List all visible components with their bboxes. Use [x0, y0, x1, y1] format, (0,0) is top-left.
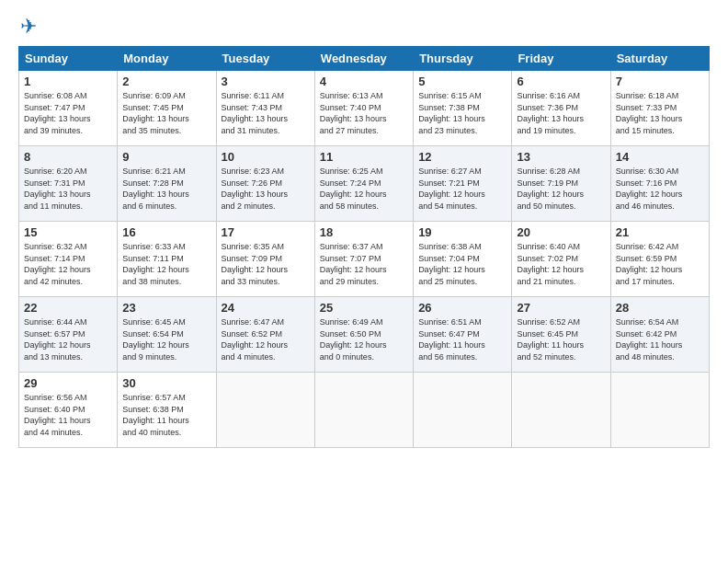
table-row: 12 Sunrise: 6:27 AMSunset: 7:21 PMDaylig… [414, 146, 512, 222]
day-detail: Sunrise: 6:16 AMSunset: 7:36 PMDaylight:… [517, 91, 584, 135]
day-detail: Sunrise: 6:11 AMSunset: 7:43 PMDaylight:… [222, 91, 289, 135]
day-number: 12 [418, 150, 506, 164]
table-row: 17 Sunrise: 6:35 AMSunset: 7:09 PMDaylig… [216, 222, 314, 297]
calendar-table: Sunday Monday Tuesday Wednesday Thursday… [18, 46, 710, 448]
header-row: Sunday Monday Tuesday Wednesday Thursday… [19, 47, 710, 71]
day-number: 20 [517, 225, 605, 239]
day-number: 11 [320, 150, 408, 164]
logo-bird-icon: ✈ [20, 15, 37, 39]
day-detail: Sunrise: 6:54 AMSunset: 6:42 PMDaylight:… [616, 317, 683, 362]
day-detail: Sunrise: 6:47 AMSunset: 6:52 PMDaylight:… [222, 317, 289, 362]
day-detail: Sunrise: 6:49 AMSunset: 6:50 PMDaylight:… [320, 317, 387, 362]
day-number: 25 [320, 301, 408, 315]
col-tuesday: Tuesday [216, 47, 314, 71]
table-row [512, 373, 610, 448]
day-detail: Sunrise: 6:28 AMSunset: 7:19 PMDaylight:… [517, 167, 584, 211]
day-number: 23 [122, 301, 210, 315]
table-row: 11 Sunrise: 6:25 AMSunset: 7:24 PMDaylig… [314, 146, 413, 222]
day-number: 19 [418, 225, 506, 239]
day-number: 16 [122, 225, 210, 239]
day-detail: Sunrise: 6:32 AMSunset: 7:14 PMDaylight:… [24, 242, 91, 286]
day-detail: Sunrise: 6:33 AMSunset: 7:11 PMDaylight:… [122, 242, 189, 286]
table-row: 26 Sunrise: 6:51 AMSunset: 6:47 PMDaylig… [414, 297, 512, 373]
table-row: 10 Sunrise: 6:23 AMSunset: 7:26 PMDaylig… [216, 146, 314, 222]
day-detail: Sunrise: 6:08 AMSunset: 7:47 PMDaylight:… [24, 91, 91, 135]
table-row: 22 Sunrise: 6:44 AMSunset: 6:57 PMDaylig… [19, 297, 118, 373]
table-row: 13 Sunrise: 6:28 AMSunset: 7:19 PMDaylig… [512, 146, 610, 222]
day-number: 4 [320, 75, 408, 88]
logo: ✈ [18, 15, 37, 39]
day-number: 14 [616, 150, 704, 164]
col-saturday: Saturday [610, 47, 709, 71]
col-sunday: Sunday [19, 47, 118, 71]
day-number: 10 [222, 150, 310, 164]
table-row: 14 Sunrise: 6:30 AMSunset: 7:16 PMDaylig… [610, 146, 709, 222]
calendar-week-row: 1 Sunrise: 6:08 AMSunset: 7:47 PMDayligh… [19, 71, 710, 146]
table-row: 9 Sunrise: 6:21 AMSunset: 7:28 PMDayligh… [118, 146, 216, 222]
col-wednesday: Wednesday [314, 47, 413, 71]
day-detail: Sunrise: 6:37 AMSunset: 7:07 PMDaylight:… [320, 242, 387, 286]
calendar-week-row: 29 Sunrise: 6:56 AMSunset: 6:40 PMDaylig… [19, 373, 710, 448]
day-number: 18 [320, 225, 408, 239]
day-number: 28 [616, 301, 704, 315]
table-row [610, 373, 709, 448]
day-detail: Sunrise: 6:27 AMSunset: 7:21 PMDaylight:… [418, 167, 485, 211]
table-row: 29 Sunrise: 6:56 AMSunset: 6:40 PMDaylig… [19, 373, 118, 448]
table-row: 5 Sunrise: 6:15 AMSunset: 7:38 PMDayligh… [414, 71, 512, 146]
day-detail: Sunrise: 6:38 AMSunset: 7:04 PMDaylight:… [418, 242, 485, 286]
day-detail: Sunrise: 6:13 AMSunset: 7:40 PMDaylight:… [320, 91, 387, 135]
day-detail: Sunrise: 6:56 AMSunset: 6:40 PMDaylight:… [24, 393, 91, 437]
table-row [216, 373, 314, 448]
day-detail: Sunrise: 6:42 AMSunset: 6:59 PMDaylight:… [616, 242, 683, 286]
table-row: 16 Sunrise: 6:33 AMSunset: 7:11 PMDaylig… [118, 222, 216, 297]
col-monday: Monday [118, 47, 216, 71]
day-detail: Sunrise: 6:23 AMSunset: 7:26 PMDaylight:… [222, 167, 289, 211]
calendar-week-row: 22 Sunrise: 6:44 AMSunset: 6:57 PMDaylig… [19, 297, 710, 373]
calendar-week-row: 8 Sunrise: 6:20 AMSunset: 7:31 PMDayligh… [19, 146, 710, 222]
day-number: 22 [24, 301, 112, 315]
day-detail: Sunrise: 6:09 AMSunset: 7:45 PMDaylight:… [122, 91, 189, 135]
day-number: 7 [616, 75, 704, 88]
day-number: 2 [122, 75, 210, 88]
table-row: 18 Sunrise: 6:37 AMSunset: 7:07 PMDaylig… [314, 222, 413, 297]
table-row: 15 Sunrise: 6:32 AMSunset: 7:14 PMDaylig… [19, 222, 118, 297]
table-row: 1 Sunrise: 6:08 AMSunset: 7:47 PMDayligh… [19, 71, 118, 146]
table-row [414, 373, 512, 448]
day-detail: Sunrise: 6:44 AMSunset: 6:57 PMDaylight:… [24, 317, 91, 362]
table-row: 28 Sunrise: 6:54 AMSunset: 6:42 PMDaylig… [610, 297, 709, 373]
day-detail: Sunrise: 6:25 AMSunset: 7:24 PMDaylight:… [320, 167, 387, 211]
day-number: 24 [222, 301, 310, 315]
header: ✈ [18, 15, 710, 39]
table-row: 25 Sunrise: 6:49 AMSunset: 6:50 PMDaylig… [314, 297, 413, 373]
day-number: 9 [122, 150, 210, 164]
table-row: 2 Sunrise: 6:09 AMSunset: 7:45 PMDayligh… [118, 71, 216, 146]
day-number: 30 [122, 376, 210, 390]
day-number: 26 [418, 301, 506, 315]
table-row: 20 Sunrise: 6:40 AMSunset: 7:02 PMDaylig… [512, 222, 610, 297]
day-detail: Sunrise: 6:57 AMSunset: 6:38 PMDaylight:… [122, 393, 189, 437]
day-number: 5 [418, 75, 506, 88]
table-row [314, 373, 413, 448]
day-number: 15 [24, 225, 112, 239]
calendar-page: ✈ Sunday Monday Tuesday Wednesday Thursd… [0, 0, 728, 563]
day-number: 1 [24, 75, 112, 88]
day-detail: Sunrise: 6:35 AMSunset: 7:09 PMDaylight:… [222, 242, 289, 286]
day-detail: Sunrise: 6:18 AMSunset: 7:33 PMDaylight:… [616, 91, 683, 135]
table-row: 3 Sunrise: 6:11 AMSunset: 7:43 PMDayligh… [216, 71, 314, 146]
day-number: 3 [222, 75, 310, 88]
day-detail: Sunrise: 6:51 AMSunset: 6:47 PMDaylight:… [418, 317, 485, 362]
day-detail: Sunrise: 6:20 AMSunset: 7:31 PMDaylight:… [24, 167, 91, 211]
day-number: 17 [222, 225, 310, 239]
table-row: 8 Sunrise: 6:20 AMSunset: 7:31 PMDayligh… [19, 146, 118, 222]
day-detail: Sunrise: 6:21 AMSunset: 7:28 PMDaylight:… [122, 167, 189, 211]
day-detail: Sunrise: 6:30 AMSunset: 7:16 PMDaylight:… [616, 167, 683, 211]
day-detail: Sunrise: 6:40 AMSunset: 7:02 PMDaylight:… [517, 242, 584, 286]
day-number: 29 [24, 376, 112, 390]
table-row: 23 Sunrise: 6:45 AMSunset: 6:54 PMDaylig… [118, 297, 216, 373]
table-row: 21 Sunrise: 6:42 AMSunset: 6:59 PMDaylig… [610, 222, 709, 297]
day-number: 13 [517, 150, 605, 164]
table-row: 4 Sunrise: 6:13 AMSunset: 7:40 PMDayligh… [314, 71, 413, 146]
day-number: 6 [517, 75, 605, 88]
table-row: 27 Sunrise: 6:52 AMSunset: 6:45 PMDaylig… [512, 297, 610, 373]
day-number: 8 [24, 150, 112, 164]
